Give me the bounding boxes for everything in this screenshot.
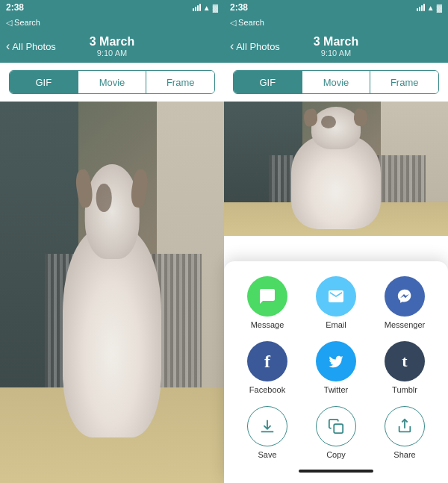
left-segment-gif[interactable]: GIF: [10, 71, 78, 93]
tumblr-label: Tumblr: [392, 385, 417, 394]
left-panel: 2:38 ▲ ▓ ◁ Search ‹ All Photos 3 March 9…: [0, 0, 224, 483]
right-panel: 2:38 ▲ ▓ ◁ Search ‹ All Photos 3 March 9…: [224, 0, 448, 483]
save-label: Save: [258, 450, 276, 459]
right-title-block: 3 March 9:10 AM: [314, 35, 358, 57]
left-chevron-icon: ‹: [6, 40, 10, 53]
share-item-messenger[interactable]: Messenger: [379, 276, 431, 329]
messenger-icon: [385, 276, 425, 317]
right-battery-icon: ▓: [437, 4, 442, 12]
share-item-twitter[interactable]: Twitter: [310, 341, 362, 394]
share-item-tumblr[interactable]: t Tumblr: [379, 341, 431, 394]
facebook-label: Facebook: [249, 385, 285, 394]
share-item-message[interactable]: Message: [241, 276, 293, 329]
right-back-label: All Photos: [236, 41, 280, 52]
right-chevron-icon: ‹: [230, 40, 234, 53]
left-dog-body: [63, 228, 161, 437]
share-action-label: Share: [393, 450, 415, 459]
right-dog-patch: [321, 116, 336, 128]
tumblr-icon: t: [385, 341, 425, 381]
right-dog-body: [291, 135, 381, 229]
copy-icon: [316, 406, 356, 446]
left-dog-scene: [0, 102, 224, 483]
home-indicator: [233, 465, 439, 476]
right-status-icons: ▲ ▓: [417, 4, 442, 12]
left-battery-icon: ▓: [213, 4, 218, 12]
right-nav-bar: ‹ All Photos 3 March 9:10 AM: [224, 30, 448, 63]
right-segment-movie[interactable]: Movie: [302, 71, 371, 93]
left-dog-shape: [63, 228, 161, 437]
left-segment-control: GIF Movie Frame: [9, 70, 215, 94]
right-dog-scene: [224, 102, 448, 236]
message-label: Message: [251, 320, 284, 329]
right-segment-frame[interactable]: Frame: [370, 71, 438, 93]
action-save[interactable]: Save: [241, 406, 293, 459]
home-bar: [299, 470, 373, 473]
share-row-2: f Facebook Twitter t Tumblr: [233, 341, 439, 394]
share-sheet: Message Email Messenger f Facebo: [224, 261, 448, 483]
share-item-email[interactable]: Email: [310, 276, 362, 329]
right-nav-subtitle: 9:10 AM: [314, 49, 358, 57]
action-share[interactable]: Share: [379, 406, 431, 459]
right-status-bar: 2:38 ▲ ▓: [224, 0, 448, 15]
left-title-block: 3 March 9:10 AM: [90, 35, 134, 57]
save-icon: [247, 406, 287, 446]
share-icon: [385, 406, 425, 446]
email-label: Email: [326, 320, 346, 329]
copy-label: Copy: [326, 450, 346, 459]
left-signal-icon: [193, 4, 201, 11]
right-signal-icon: [417, 4, 425, 11]
left-status-icons: ▲ ▓: [193, 4, 218, 12]
email-icon: [316, 276, 356, 317]
share-row-1: Message Email Messenger: [233, 276, 439, 329]
left-dog-patch: [96, 184, 112, 212]
left-dog-head: [85, 164, 140, 258]
right-photo-area: [224, 102, 448, 236]
left-segment-movie[interactable]: Movie: [78, 71, 147, 93]
messenger-label: Messenger: [385, 320, 425, 329]
left-segment-frame[interactable]: Frame: [146, 71, 214, 93]
share-actions-row: Save Copy Share: [233, 406, 439, 459]
right-segment-gif[interactable]: GIF: [234, 71, 302, 93]
right-status-time: 2:38: [230, 2, 248, 13]
right-back-button[interactable]: ‹ All Photos: [230, 40, 280, 53]
facebook-icon: f: [247, 341, 287, 381]
left-photo-area: [0, 102, 224, 483]
right-dog-shape: [291, 135, 381, 229]
left-status-bar: 2:38 ▲ ▓: [0, 0, 224, 15]
left-back-button[interactable]: ‹ All Photos: [6, 40, 56, 53]
left-search-row: ◁ Search: [0, 15, 224, 30]
svg-rect-0: [334, 424, 343, 433]
right-wifi-icon: ▲: [427, 4, 435, 12]
right-search-back: ◁ Search: [230, 18, 264, 28]
right-dog-head: [311, 107, 361, 149]
left-status-time: 2:38: [6, 2, 24, 13]
right-segment-control: GIF Movie Frame: [233, 70, 439, 94]
right-search-row: ◁ Search: [224, 15, 448, 30]
left-nav-subtitle: 9:10 AM: [90, 49, 134, 57]
action-copy[interactable]: Copy: [310, 406, 362, 459]
twitter-label: Twitter: [324, 385, 348, 394]
left-nav-bar: ‹ All Photos 3 March 9:10 AM: [0, 30, 224, 63]
twitter-icon: [316, 341, 356, 381]
left-nav-title: 3 March: [90, 35, 134, 49]
left-back-label: All Photos: [12, 41, 56, 52]
left-search-back: ◁ Search: [6, 18, 40, 28]
right-nav-title: 3 March: [314, 35, 358, 49]
share-item-facebook[interactable]: f Facebook: [241, 341, 293, 394]
left-wifi-icon: ▲: [203, 4, 211, 12]
message-icon: [247, 276, 287, 317]
